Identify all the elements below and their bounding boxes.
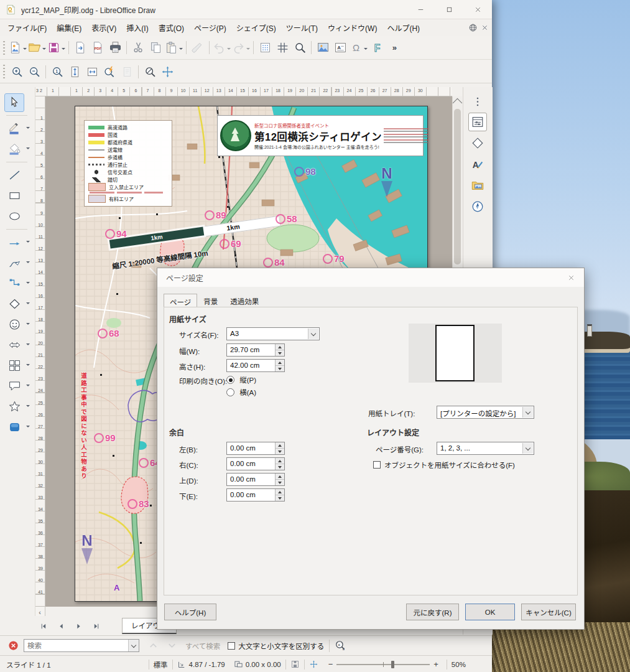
search-input[interactable] (24, 639, 139, 652)
print-button[interactable] (107, 39, 123, 56)
redo-button[interactable] (232, 39, 250, 56)
nav-first-button[interactable] (35, 620, 52, 632)
close-button[interactable] (463, 0, 492, 19)
margin-right-input[interactable]: 0.00 cm (226, 457, 285, 470)
toolbar-grip[interactable] (3, 65, 5, 78)
rectangle-button[interactable] (5, 187, 24, 205)
fit-object-option[interactable]: オブジェクトを用紙サイズに合わせる(F) (373, 460, 515, 470)
zoom-in-button[interactable] (9, 63, 25, 80)
insert-textbox-button[interactable]: A (332, 39, 348, 56)
find-previous-button[interactable] (145, 639, 161, 653)
maximize-button[interactable] (435, 0, 463, 19)
dropdown-arrow-icon[interactable] (364, 48, 368, 52)
undo-button[interactable] (213, 39, 231, 56)
line-color-button[interactable] (5, 120, 24, 138)
width-input[interactable]: 29.70 cm (226, 343, 285, 357)
fontwork-button[interactable]: F (369, 39, 385, 56)
snap-guides-button[interactable] (274, 39, 290, 56)
zoom-entire-page-button[interactable] (67, 63, 83, 80)
horizontal-ruler[interactable]: 3211234567891011121314151617181920212223… (35, 87, 452, 96)
save-button[interactable] (47, 39, 65, 56)
sidebar-menu-button[interactable] (469, 93, 486, 111)
margin-top-input[interactable]: 0.00 cm (226, 473, 285, 486)
pan-view-button[interactable] (159, 63, 175, 80)
menu-7[interactable]: ツール(T) (281, 20, 323, 35)
portrait-radio[interactable] (226, 376, 234, 384)
height-down-icon[interactable] (276, 366, 284, 371)
scroll-up-icon[interactable] (453, 98, 463, 108)
dropdown-arrow-icon[interactable] (42, 48, 46, 52)
shapes-panel-button[interactable] (469, 134, 486, 152)
match-case-checkbox[interactable] (228, 642, 235, 650)
fill-color-button[interactable] (5, 141, 24, 158)
width-down-icon[interactable] (276, 350, 284, 356)
menu-8[interactable]: ウィンドウ(W) (323, 20, 382, 35)
more-tools-button[interactable]: » (386, 39, 402, 56)
dropdown-arrow-icon[interactable] (26, 261, 30, 265)
vertical-ruler[interactable]: 1234567891011121314151617181920212223242… (35, 96, 45, 616)
cut-button[interactable] (130, 39, 146, 56)
zoom-slider-thumb[interactable] (391, 661, 394, 668)
export-pdf-button[interactable]: PDF (90, 39, 106, 56)
menu-9[interactable]: ヘルプ(H) (382, 20, 425, 35)
dialog-close-icon[interactable] (563, 271, 579, 284)
nav-prev-button[interactable] (53, 620, 69, 632)
curves-polygons-button[interactable] (5, 254, 24, 272)
search-combo[interactable] (24, 639, 139, 652)
page-numbers-select[interactable]: 1, 2, 3, ... (437, 442, 534, 455)
display-grid-button[interactable] (257, 39, 273, 56)
export-button[interactable] (72, 39, 88, 56)
select-button[interactable] (5, 94, 24, 111)
dropdown-arrow-icon[interactable] (26, 405, 30, 409)
height-input[interactable]: 42.00 cm (226, 359, 285, 372)
margin-bottom-input[interactable]: 0.00 cm (226, 488, 285, 502)
paste-button[interactable] (165, 39, 183, 56)
nav-next-button[interactable] (70, 620, 86, 632)
landscape-radio[interactable] (226, 388, 234, 396)
menu-1[interactable]: 編集(E) (52, 20, 86, 35)
menu-2[interactable]: 表示(V) (86, 20, 121, 35)
dropdown-arrow-icon[interactable] (26, 385, 30, 388)
zoom-optimal-button[interactable] (101, 63, 118, 80)
zoom-pan-mode-button[interactable] (142, 63, 158, 80)
menu-0[interactable]: ファイル(F) (2, 20, 52, 35)
dropdown-arrow-icon[interactable] (26, 241, 30, 245)
zoom-page-width-button[interactable] (84, 63, 100, 80)
menu-3[interactable]: 挿入(I) (121, 20, 153, 35)
toolbar-grip[interactable] (3, 41, 5, 55)
page-style[interactable]: 標準 (154, 660, 168, 670)
zoom-level[interactable]: 50% (452, 661, 466, 668)
find-next-button[interactable] (164, 639, 180, 653)
properties-panel-button[interactable] (469, 113, 486, 131)
zoom-button[interactable] (292, 39, 308, 56)
dropdown-arrow-icon[interactable] (26, 282, 30, 286)
fit-slide-icon[interactable] (309, 660, 318, 669)
dropdown-arrow-icon[interactable] (62, 48, 65, 52)
clone-formatting-button[interactable] (190, 39, 206, 56)
dropdown-arrow-icon[interactable] (246, 48, 250, 52)
find-replace-icon[interactable]: ad (335, 640, 346, 651)
symbol-shapes-button[interactable] (5, 316, 24, 334)
margin-left-input[interactable]: 0.00 cm (226, 442, 285, 455)
line-button[interactable] (5, 167, 24, 184)
zoom-100-button[interactable]: 1 (49, 63, 65, 80)
close-document-icon[interactable] (480, 23, 489, 32)
match-case-option[interactable]: 大文字と小文字を区別する (228, 641, 324, 651)
dropdown-arrow-icon[interactable] (227, 48, 231, 52)
navigator-panel-button[interactable] (469, 198, 486, 215)
fit-object-checkbox[interactable] (373, 461, 381, 469)
zoom-out-slider-button[interactable]: − (325, 660, 337, 669)
title-bar[interactable]: ycr12_MAP_印刷.odg - LibreOffice Draw (0, 0, 492, 19)
open-folder-button[interactable] (28, 39, 46, 56)
search-dropdown-icon[interactable] (128, 640, 139, 651)
zoom-in-slider-button[interactable]: + (430, 660, 442, 669)
landscape-option[interactable]: 横(A) (226, 387, 256, 397)
basic-shapes-button[interactable] (5, 296, 24, 313)
connectors-button[interactable] (5, 275, 24, 292)
ok-button[interactable]: OK (465, 604, 515, 620)
portrait-option[interactable]: 縦(P) (226, 375, 256, 385)
dialog-title-bar[interactable]: ページ設定 (157, 268, 584, 287)
styles-panel-button[interactable]: A (469, 156, 486, 173)
dropdown-arrow-icon[interactable] (26, 426, 30, 429)
find-all-button[interactable]: すべて検索 (185, 641, 220, 651)
